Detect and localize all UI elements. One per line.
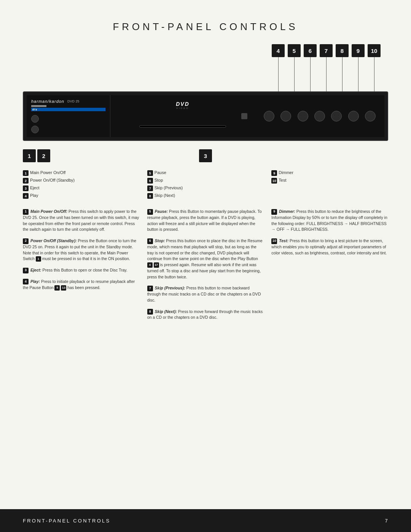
line-6: [304, 57, 317, 91]
legend-text-7: Skip (Previous): [155, 185, 183, 191]
eject-button[interactable]: [241, 113, 247, 119]
brand-name: harman/kardon: [31, 99, 64, 104]
legend-text-10: Test: [279, 177, 286, 183]
legend-item-5: 5 Pause: [147, 170, 264, 176]
legend-num-10: 10: [271, 178, 277, 184]
desc-title-5: Pause:: [155, 209, 168, 214]
desc-title-2: Power On/Off (Standby):: [30, 238, 77, 243]
legend-num-6: 6: [147, 178, 153, 184]
desc-text-10: Press this button to bring a test pictur…: [271, 238, 387, 255]
dts-badge: dts: [31, 108, 105, 111]
desc-text-2b: must be pressed in so that it is in the …: [42, 256, 130, 261]
device-illustration: harman/kardon DVD 25 dts DVD V: [23, 91, 388, 141]
device-center-section: DVD VIDEO: [110, 95, 255, 137]
desc-block-1: 1 Main Power On/Off: Press this switch t…: [23, 209, 140, 233]
legend-num-4: 4: [23, 193, 29, 199]
legend-text-2: Power On/Off (Standby): [30, 177, 75, 183]
power-buttons: [31, 115, 105, 133]
model-name: DVD 25: [67, 99, 80, 103]
legend-text-6: Stop: [155, 177, 163, 183]
legend-text-8: Skip (Next): [155, 193, 175, 198]
line-10: [368, 57, 381, 91]
badge-10: 10: [368, 44, 381, 57]
desc-block-8: 8 Skip (Next): Press to move forward thr…: [147, 309, 264, 321]
ctrl-btn-play[interactable]: [365, 111, 376, 121]
desc-block-2: 2 Power On/Off (Standby): Press the Butt…: [23, 238, 140, 262]
badge-7: 7: [320, 44, 333, 57]
badge-4: 4: [272, 44, 285, 57]
desc-text-3: Press this Button to open or close the D…: [42, 268, 127, 272]
dvd-logo-sub: VIDEO: [176, 107, 190, 109]
badge-8: 8: [336, 44, 349, 57]
badge-6: 6: [304, 44, 317, 57]
badge-9: 9: [352, 44, 365, 57]
bottom-left-badges: 1 2: [23, 149, 50, 162]
line-5: [288, 57, 301, 91]
descriptions-section: 1 Main Power On/Off: Press this switch t…: [23, 209, 388, 326]
ctrl-btn-test[interactable]: [348, 111, 359, 121]
legend-text-9: Dimmer: [279, 170, 293, 176]
dvd-logo-text: DVD: [176, 101, 190, 107]
legend-item-9: 9 Dimmer: [271, 170, 388, 176]
desc-title-8: Skip (Next):: [155, 309, 177, 314]
legend-item-2: 2 Power On/Off (Standby): [23, 177, 140, 184]
desc-column-1: 1 Main Power On/Off: Press this switch t…: [23, 209, 140, 326]
desc-block-10: 10 Test: Press this button to bring a te…: [271, 238, 388, 256]
desc-text-6a: Press this button once to place the disc…: [147, 238, 263, 261]
desc-block-5: 5 Pause: Press this Button to momentaril…: [147, 209, 264, 233]
desc-block-6: 6 Stop: Press this button once to place …: [147, 238, 264, 280]
badge-5: 5: [288, 44, 301, 57]
desc-title-3: Eject:: [30, 268, 41, 272]
badge-1: 1: [23, 149, 36, 162]
ctrl-btn-prev[interactable]: [298, 111, 308, 121]
desc-text-6b: is pressed again. Resume will also work …: [147, 262, 261, 279]
ctrl-btn-next[interactable]: [314, 111, 325, 121]
badge-2: 2: [37, 149, 50, 162]
desc-num-10: 10: [271, 238, 277, 244]
legend-item-4: 4 Play: [23, 193, 140, 199]
desc-num-8: 8: [147, 309, 153, 315]
legend-text-4: Play: [30, 193, 38, 198]
legend-num-1: 1: [23, 170, 29, 176]
desc-title-4: Play:: [30, 279, 40, 284]
desc-title-9: Dimmer:: [279, 209, 295, 214]
legend-num-7: 7: [147, 185, 153, 191]
ctrl-btn-dimmer[interactable]: [331, 111, 342, 121]
device-inner: harman/kardon DVD 25 dts DVD V: [27, 95, 384, 137]
inline-ref-1: 1: [36, 256, 41, 262]
ctrl-btn-pause[interactable]: [264, 111, 274, 121]
connector-lines: [272, 57, 381, 91]
legend-item-10: 10 Test: [271, 177, 388, 184]
diagram-section: 4 5 6 7 8 9 10 harman/kardon DVD 25: [23, 44, 388, 162]
legend-num-3: 3: [23, 185, 29, 191]
legend-text-5: Pause: [155, 170, 166, 176]
desc-block-9: 9 Dimmer: Press this button to reduce th…: [271, 209, 388, 233]
main-power-button[interactable]: [31, 115, 39, 123]
legend-text-3: Eject: [30, 185, 39, 191]
desc-title-7: Skip (Previous):: [155, 286, 185, 290]
inline-ref-17: 17: [154, 262, 159, 268]
legend-item-3: 3 Eject: [23, 185, 140, 191]
legend-section: 1 Main Power On/Off 5 Pause 9 Dimmer 2 P…: [23, 170, 388, 200]
legend-item-1: 1 Main Power On/Off: [23, 170, 140, 176]
footer-page-number: 7: [385, 518, 388, 524]
ctrl-btn-stop[interactable]: [280, 111, 291, 121]
device-right-section: [255, 95, 384, 137]
line-9: [352, 57, 365, 91]
desc-block-7: 7 Skip (Previous): Press this button to …: [147, 285, 264, 303]
page-footer: FRONT-PANEL CONTROLS 7: [0, 509, 411, 532]
legend-item-6: 6 Stop: [147, 177, 264, 184]
desc-text-4b: has been pressed.: [67, 285, 100, 290]
inline-ref-4: 4: [147, 262, 153, 268]
desc-num-4: 4: [23, 279, 29, 284]
inline-ref-5: 5: [54, 285, 60, 291]
desc-num-9: 9: [271, 209, 277, 215]
legend-num-5: 5: [147, 170, 153, 176]
standby-power-button[interactable]: [31, 126, 39, 133]
device-left-section: harman/kardon DVD 25 dts: [27, 95, 110, 137]
desc-num-2: 2: [23, 238, 29, 244]
inline-ref-13: 13: [61, 285, 66, 291]
legend-text-1: Main Power On/Off: [30, 170, 65, 176]
legend-item-8: 8 Skip (Next): [147, 193, 264, 199]
desc-num-5: 5: [147, 209, 153, 215]
